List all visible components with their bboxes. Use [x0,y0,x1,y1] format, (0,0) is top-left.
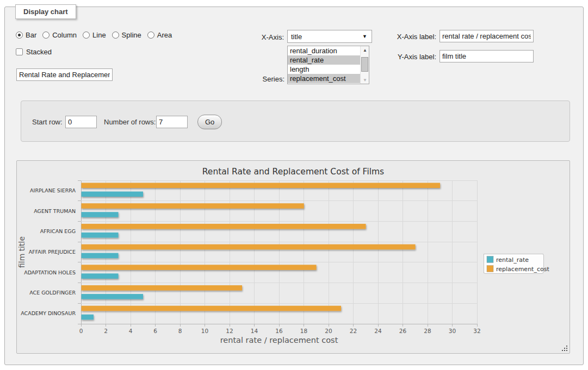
radio-icon[interactable] [147,32,154,39]
svg-text:AGENT TRUMAN: AGENT TRUMAN [34,208,76,214]
fieldset-legend: Display chart [15,4,76,19]
series-replacement_cost [82,183,441,311]
page: Display chart BarColumnLineSplineArea St… [0,0,588,370]
chart-type-radio-area[interactable]: Area [147,31,172,39]
series-options: rental_durationrental_ratelengthreplacem… [288,46,360,84]
svg-text:12: 12 [226,328,233,334]
stacked-checkbox-label: Stacked [26,48,52,56]
svg-text:ADAPTATION HOLES: ADAPTATION HOLES [24,269,76,275]
x-axis-select[interactable]: title ▼ [287,30,372,43]
svg-text:22: 22 [350,328,357,334]
svg-text:ACE GOLDFINGER: ACE GOLDFINGER [29,290,76,296]
start-row-label: Start row: [32,118,63,126]
x-tick-labels: 02468101214161820222426283032 [79,328,481,334]
bar [82,306,342,311]
chart-type-radio-bar[interactable]: Bar [16,31,36,39]
bar [82,233,119,238]
number-of-rows-label: Number of rows: [104,118,156,126]
chevron-down-icon: ▼ [362,34,372,39]
radio-label: Bar [26,31,36,39]
svg-text:0: 0 [79,328,83,334]
bar [82,224,366,229]
start-row-input[interactable] [65,116,97,128]
svg-text:16: 16 [275,328,283,334]
svg-text:replacement_cost: replacement_cost [496,266,549,273]
svg-text:10: 10 [201,328,208,334]
chart-grid [78,180,477,327]
chart-bars [82,183,441,320]
radio-label: Spline [122,31,141,39]
stacked-checkbox-row[interactable]: Stacked [16,48,52,56]
bar [82,273,119,279]
svg-text:30: 30 [449,328,456,334]
svg-text:20: 20 [325,328,332,334]
bar [82,285,243,291]
legend-item-rental_rate[interactable]: rental_rate [487,256,529,264]
chart-panel: Rental Rate and Replacement Cost of Film… [16,160,570,354]
x-axis-label-label: X-Axis label: [388,33,436,41]
svg-text:8: 8 [178,328,182,334]
y-axis-title: film title [17,236,26,268]
chart-title: Rental Rate and Replacement Cost of Film… [202,167,384,177]
series-listbox[interactable]: rental_durationrental_ratelengthreplacem… [287,46,369,84]
radio-icon[interactable] [16,32,23,39]
svg-text:rental_rate: rental_rate [496,256,529,264]
go-button[interactable]: Go [197,115,222,129]
chart-type-radio-line[interactable]: Line [83,31,106,39]
series-listbox-label: Series: [249,75,284,83]
svg-text:32: 32 [473,328,480,334]
radio-icon[interactable] [112,32,119,39]
stacked-checkbox[interactable] [16,48,23,55]
svg-text:AFFAIR PREJUDICE: AFFAIR PREJUDICE [29,249,76,255]
bar [82,183,441,189]
svg-text:ACADEMY DINOSAUR: ACADEMY DINOSAUR [21,310,76,316]
series-rental_rate [82,192,144,320]
scrollbar-thumb[interactable] [361,57,368,72]
x-axis-title: rental rate / replacement cost [220,336,338,344]
bar [82,315,94,320]
bar-chart: Rental Rate and Replacement Cost of Film… [17,161,570,353]
series-option-length[interactable]: length [288,65,360,74]
radio-label: Line [92,31,106,39]
scroll-up-icon[interactable]: ▲ [361,46,369,54]
svg-text:4: 4 [129,328,133,334]
chart-type-radio-group: BarColumnLineSplineArea [16,31,172,39]
svg-text:18: 18 [300,328,307,334]
x-axis-selected-value: title [288,33,362,41]
svg-text:24: 24 [374,328,382,334]
bar [82,265,317,270]
y-axis-label-label: Y-Axis label: [388,53,436,61]
radio-label: Column [52,31,77,39]
svg-text:26: 26 [399,328,407,334]
chart-type-radio-column[interactable]: Column [42,31,77,39]
svg-text:AIRPLANE SIERRA: AIRPLANE SIERRA [30,187,76,193]
x-axis-label-input[interactable] [440,30,534,42]
radio-icon[interactable] [83,32,90,39]
series-option-rental_rate[interactable]: rental_rate [288,55,360,65]
y-axis-label-input[interactable] [440,50,534,62]
radio-icon[interactable] [42,32,49,39]
chart-legend: rental_ratereplacement_cost [484,254,549,273]
row-range-panel: Start row: Number of rows: Go [21,101,570,142]
bar [82,294,144,299]
bar [82,253,119,259]
svg-text:28: 28 [424,328,431,334]
svg-text:6: 6 [153,328,157,334]
scroll-down-icon[interactable]: ▼ [361,76,369,84]
svg-text:AFRICAN EGG: AFRICAN EGG [40,228,76,234]
bar [82,192,144,197]
svg-text:2: 2 [104,328,108,334]
chart-type-radio-spline[interactable]: Spline [112,31,141,39]
svg-text:14: 14 [251,328,258,334]
x-axis-select-label: X-Axis: [255,33,284,41]
legend-item-replacement_cost[interactable]: replacement_cost [487,266,549,273]
radio-label: Area [157,31,172,39]
series-option-replacement_cost[interactable]: replacement_cost [288,74,360,83]
category-labels: AIRPLANE SIERRAAGENT TRUMANAFRICAN EGGAF… [21,187,76,316]
listbox-scrollbar[interactable]: ▲ ▼ [360,46,369,84]
bar [82,244,416,250]
resize-grip-icon[interactable] [561,345,568,352]
series-option-rental_duration[interactable]: rental_duration [288,46,360,55]
chart-title-input[interactable] [16,68,113,81]
number-of-rows-input[interactable] [156,116,188,128]
